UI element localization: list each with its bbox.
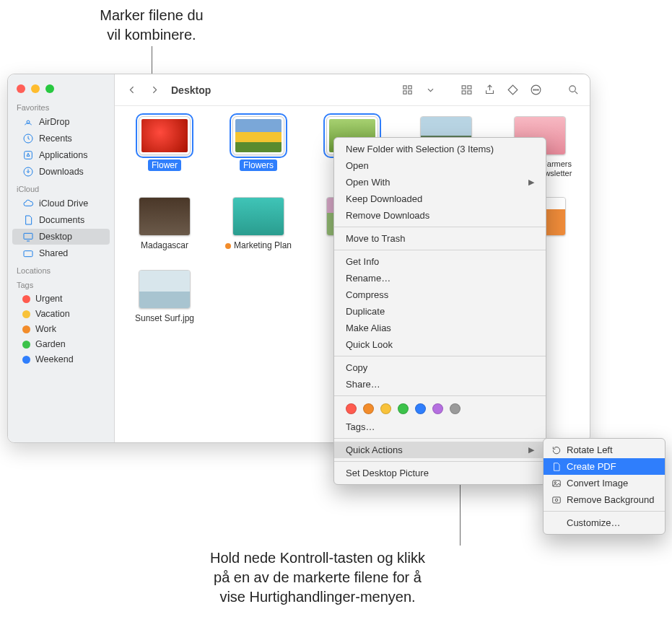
sidebar-tag-weekend[interactable]: Weekend [12,352,110,367]
menu-duplicate[interactable]: Duplicate [334,303,546,320]
rotate-icon [551,444,562,455]
tag-dot-icon [22,341,30,349]
file-item[interactable]: Sunset Surf.jpg [125,270,204,323]
file-item[interactable]: Flowers [219,116,298,178]
sidebar-documents[interactable]: Documents [12,212,110,228]
sidebar-item-label: Documents [39,215,84,225]
svg-point-18 [569,86,575,92]
file-item[interactable]: Madagascar [125,197,204,250]
sidebar-icloud-drive[interactable]: iCloud Drive [12,196,110,211]
tag-dot-icon [22,325,30,333]
svg-point-22 [555,499,558,502]
svg-rect-21 [552,496,560,502]
group-button[interactable] [457,82,476,99]
menu-get-info[interactable]: Get Info [334,253,546,270]
svg-point-16 [535,89,536,90]
submenu-remove-background[interactable]: Remove Background [544,491,665,508]
menu-keep-downloaded[interactable]: Keep Downloaded [334,190,546,207]
sidebar-item-label: Urgent [35,294,63,304]
menu-rename[interactable]: Rename… [334,270,546,286]
sidebar: Favorites AirDrop Recents Applications D… [8,74,115,442]
file-thumbnail [232,116,284,155]
share-button[interactable] [480,82,499,99]
tag-color-purple[interactable] [432,403,443,414]
svg-rect-9 [408,91,411,94]
sidebar-item-label: Garden [35,339,66,349]
annotation-bottom: Hold nede Kontroll-tasten og klikk på en… [115,548,520,607]
tag-dot-icon [225,243,231,249]
sidebar-tag-work[interactable]: Work [12,322,110,336]
view-icons-button[interactable] [398,82,416,99]
menu-tags[interactable]: Tags… [334,419,546,435]
file-thumbnail [139,116,191,155]
file-thumbnail [232,197,284,236]
menu-copy[interactable]: Copy [334,359,546,376]
svg-rect-4 [24,233,32,239]
sidebar-airdrop[interactable]: AirDrop [12,114,110,130]
zoom-button[interactable] [45,84,54,93]
blank-icon [551,517,562,528]
submenu-create-pdf[interactable]: Create PDF [544,458,665,475]
sidebar-tag-vacation[interactable]: Vacation [12,307,110,321]
svg-rect-5 [24,251,32,257]
context-menu: New Folder with Selection (3 Items) Open… [333,137,546,485]
file-item[interactable]: Marketing Plan [219,197,298,250]
menu-separator [334,227,546,227]
menu-separator [334,461,546,462]
sidebar-recents[interactable]: Recents [12,131,110,146]
tag-color-yellow[interactable] [380,403,391,414]
menu-compress[interactable]: Compress [334,286,546,303]
menu-new-folder-selection[interactable]: New Folder with Selection (3 Items) [334,141,546,157]
tag-color-blue[interactable] [415,403,426,414]
svg-rect-11 [462,91,466,94]
tag-color-orange[interactable] [363,403,374,414]
submenu-convert-image[interactable]: Convert Image [544,475,665,491]
svg-rect-10 [462,86,466,89]
sidebar-desktop[interactable]: Desktop [12,229,110,245]
menu-quick-look[interactable]: Quick Look [334,336,546,353]
file-item[interactable]: Flower [125,116,204,178]
submenu-customize[interactable]: Customize… [544,514,665,531]
menu-separator [334,438,546,439]
tag-color-green[interactable] [398,403,409,414]
sidebar-header-locations: Locations [8,262,114,276]
sidebar-tag-garden[interactable]: Garden [12,337,110,351]
file-label: Flower [148,159,181,171]
sidebar-item-label: iCloud Drive [39,198,88,209]
menu-open-with[interactable]: Open With▶ [334,174,546,190]
search-button[interactable] [564,82,582,99]
tag-color-gray[interactable] [450,403,461,414]
menu-remove-downloads[interactable]: Remove Downloads [334,207,546,224]
tags-button[interactable] [503,82,522,99]
file-thumbnail [139,270,191,309]
tag-dot-icon [22,356,30,364]
menu-move-to-trash[interactable]: Move to Trash [334,230,546,247]
close-button[interactable] [17,84,25,93]
menu-quick-actions[interactable]: Quick Actions▶ [334,442,546,458]
submenu-rotate-left[interactable]: Rotate Left [544,442,665,458]
sidebar-applications[interactable]: Applications [12,147,110,163]
svg-rect-6 [403,86,406,89]
forward-button[interactable] [145,82,164,99]
sidebar-header-favorites: Favorites [8,99,114,113]
menu-make-alias[interactable]: Make Alias [334,320,546,336]
sidebar-tag-urgent[interactable]: Urgent [12,292,110,306]
sidebar-downloads[interactable]: Downloads [12,164,110,180]
sidebar-shared[interactable]: Shared [12,245,110,261]
svg-point-14 [531,85,541,95]
menu-set-desktop-picture[interactable]: Set Desktop Picture [334,465,546,481]
desktop-icon [22,231,34,242]
menu-share[interactable]: Share… [334,376,546,393]
sidebar-item-label: Vacation [35,309,70,319]
sidebar-item-label: Work [35,324,56,334]
menu-tag-colors [334,399,546,419]
applications-icon [22,149,34,161]
minimize-button[interactable] [31,84,40,93]
view-dropdown-icon[interactable] [421,82,440,99]
svg-rect-8 [403,91,406,94]
menu-open[interactable]: Open [334,157,546,174]
back-button[interactable] [122,82,141,99]
file-label: Sunset Surf.jpg [135,313,194,323]
tag-color-red[interactable] [346,403,357,414]
more-button[interactable] [526,82,545,99]
